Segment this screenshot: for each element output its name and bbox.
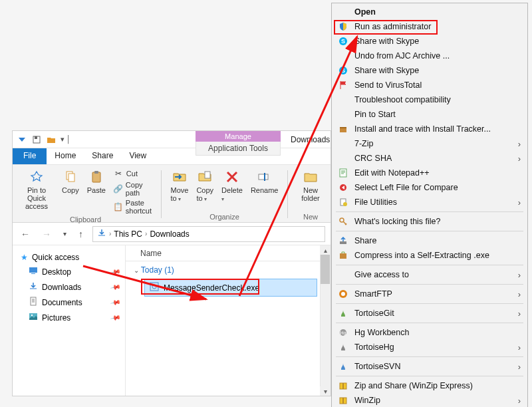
delete-button[interactable]: Delete ▾ (219, 168, 245, 204)
svg-point-30 (341, 292, 345, 296)
blank-icon (337, 108, 349, 120)
context-menu-item[interactable]: CRC SHA (333, 151, 526, 166)
context-menu-item[interactable]: TortoiseHg (333, 340, 526, 354)
context-menu-item[interactable]: File Utilities (333, 195, 526, 209)
sidebar-item-downloads[interactable]: Downloads📌 (13, 279, 125, 295)
context-menu-item-label: SmartFTP (354, 289, 392, 299)
context-menu-item-label: Share with Skype (354, 37, 419, 46)
context-menu-item[interactable]: Install and trace with Install Tracker..… (333, 122, 526, 136)
copy-path-icon: 🔗 (113, 184, 123, 194)
save-icon[interactable] (31, 134, 42, 145)
tab-home[interactable]: Home (47, 148, 84, 164)
contextual-tab-manage: Manage Application Tools (196, 131, 281, 156)
new-folder-icon (303, 169, 319, 185)
skype-icon: S (337, 65, 349, 76)
paste-shortcut-button[interactable]: 📋Paste shortcut (111, 198, 154, 215)
fileutil-icon (337, 196, 349, 208)
svg-text:Hg: Hg (340, 331, 346, 336)
context-menu-item[interactable]: Edit with Notepad++ (333, 166, 526, 180)
context-menu-item[interactable]: Undo from AJC Archive ... (333, 49, 526, 63)
forward-button[interactable]: → (39, 227, 54, 241)
folder-icon[interactable] (46, 134, 57, 145)
blank-icon (337, 50, 349, 62)
scroll-up-button[interactable]: ▴ (320, 245, 331, 255)
context-menu-item[interactable]: Give access to (333, 267, 526, 282)
context-menu-separator (336, 356, 523, 357)
svg-text:S: S (341, 67, 345, 74)
context-menu-item[interactable]: 7-Zip (333, 136, 526, 151)
sidebar-item-desktop[interactable]: Desktop📌 (13, 264, 125, 279)
context-menu-item[interactable]: Compress into a Self-Extracting .exe (333, 248, 526, 263)
scrollbar[interactable]: ▴ ▾ (320, 245, 331, 396)
copy-path-button[interactable]: 🔗Copy path (111, 180, 154, 198)
cut-button[interactable]: ✂Cut (111, 168, 154, 180)
manage-tab-header[interactable]: Manage (196, 131, 281, 142)
context-menu-item-label: Send to VirusTotal (354, 80, 422, 90)
tab-share[interactable]: Share (84, 148, 121, 164)
sidebar-item-pictures[interactable]: Pictures📌 (13, 310, 125, 325)
tab-file[interactable]: File (13, 148, 47, 164)
new-folder-button[interactable]: New folder (295, 168, 327, 204)
context-menu-item-label: Share with Skype (354, 66, 419, 75)
key-icon (337, 215, 349, 227)
sidebar-item-documents[interactable]: Documents📌 (13, 295, 125, 310)
paste-button[interactable]: Paste (84, 168, 108, 215)
sidebar-quick-access[interactable]: ★ Quick access (13, 251, 125, 264)
context-menu-item-label: Install and trace with Install Tracker..… (354, 124, 491, 134)
context-menu-item[interactable]: Select Left File for Compare (333, 180, 526, 195)
up-button[interactable]: ↑ (76, 227, 86, 241)
breadcrumb[interactable]: › This PC › Downloads (92, 226, 325, 242)
recent-locations-button[interactable]: ▾ (61, 229, 69, 239)
context-menu-item-label: WinZip (354, 396, 380, 405)
paste-icon (88, 169, 104, 185)
cut-icon: ✂ (113, 168, 124, 179)
context-menu-item[interactable]: TortoiseGit (333, 306, 526, 321)
share-icon (337, 235, 349, 247)
delete-icon (224, 169, 240, 185)
context-menu-item-label: Open (354, 7, 376, 17)
copy-to-button[interactable]: Copy to ▾ (194, 168, 216, 204)
context-menu-item[interactable]: Pin to Start (333, 107, 526, 122)
context-menu-item[interactable]: WinZip (333, 393, 526, 407)
context-menu-item-label: TortoiseSVN (354, 362, 400, 371)
rename-icon (257, 169, 273, 185)
context-menu-item[interactable]: TortoiseSVN (333, 359, 526, 374)
rename-button[interactable]: Rename (248, 168, 281, 204)
context-menu-item-label: Zip and Share (WinZip Express) (354, 381, 473, 390)
file-item-selected[interactable]: MessageSenderCheck.exe (144, 279, 317, 297)
svg-rect-5 (94, 171, 98, 174)
context-menu-separator (336, 211, 523, 212)
application-tools-tab[interactable]: Application Tools (196, 142, 281, 156)
context-menu-item[interactable]: SShare with Skype (333, 63, 526, 78)
move-to-button[interactable]: Move to ▾ (168, 168, 192, 204)
down-arrow-icon[interactable] (17, 134, 27, 145)
shield-icon (337, 21, 349, 33)
context-menu-item[interactable]: Troubleshoot compatibility (333, 92, 526, 107)
context-menu-item[interactable]: Zip and Share (WinZip Express) (333, 378, 526, 393)
crumb-this-pc[interactable]: This PC (114, 229, 142, 239)
group-today[interactable]: ⌄ Today (1) (126, 261, 331, 277)
column-name[interactable]: Name (140, 249, 162, 258)
pin-icon: 📌 (110, 297, 121, 308)
context-menu-item-label: Undo from AJC Archive ... (354, 51, 450, 61)
context-menu-item[interactable]: SmartFTP (333, 287, 526, 301)
svg-point-25 (343, 202, 347, 206)
copy-button[interactable]: Copy (59, 168, 82, 215)
context-menu-item[interactable]: SShare with Skype (333, 34, 526, 49)
column-header-row[interactable]: Name (126, 245, 331, 261)
pin-quick-access-button[interactable]: Pin to Quick access (17, 168, 57, 215)
context-menu-item[interactable]: HgHg Workbench (333, 325, 526, 340)
crumb-downloads[interactable]: Downloads (150, 229, 189, 239)
scroll-thumb[interactable] (321, 255, 330, 284)
scroll-down-button[interactable]: ▾ (320, 386, 331, 396)
tab-view[interactable]: View (121, 148, 154, 164)
selleft-icon (337, 182, 349, 194)
context-menu-item[interactable]: Send to VirusTotal (333, 78, 526, 92)
context-menu-item[interactable]: What's locking this file? (333, 214, 526, 229)
context-menu-item[interactable]: Share (333, 233, 526, 248)
context-menu-item[interactable]: Open (333, 5, 526, 19)
context-menu-item[interactable]: Run as administrator (333, 19, 526, 34)
back-button[interactable]: ← (18, 227, 33, 241)
context-menu-item-label: Give access to (354, 270, 409, 279)
blank-icon (337, 269, 349, 281)
